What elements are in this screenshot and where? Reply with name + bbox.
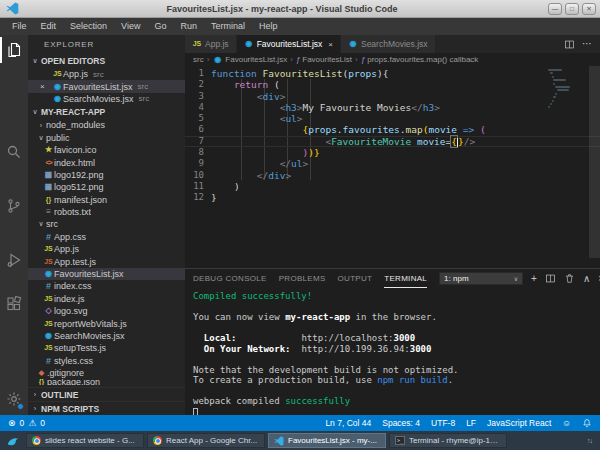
open-editor-item[interactable]: ×◉FavouritesList.jsxsrc — [28, 80, 185, 92]
tree-item[interactable]: <>index.html — [28, 156, 185, 168]
panel-tab-output[interactable]: OUTPUT — [338, 269, 373, 288]
menu-run[interactable]: Run — [173, 18, 204, 35]
minimap[interactable] — [548, 69, 588, 110]
code-line[interactable]: 2 return ( — [185, 79, 600, 90]
minimize-button[interactable]: — — [548, 3, 562, 15]
code-line[interactable]: 3 <div> — [185, 91, 600, 102]
tree-item[interactable]: JSsetupTests.js — [28, 342, 185, 354]
tree-item[interactable]: ◇logo.svg — [28, 305, 185, 317]
tree-item[interactable]: JSApp.test.js — [28, 255, 185, 267]
tree-item[interactable]: ◆.gitignore — [28, 367, 185, 379]
menu-selection[interactable]: Selection — [63, 18, 114, 35]
vscode-logo-icon — [6, 2, 19, 15]
open-editor-item[interactable]: JSApp.jssrc — [28, 68, 185, 80]
breadcrumb-item[interactable]: ƒprops.favourites.map() callback — [361, 55, 479, 64]
close-icon[interactable]: × — [328, 40, 333, 49]
code-line[interactable]: 4 <h3>My Favourite Movies</h3> — [185, 102, 600, 113]
tab-app.js[interactable]: JSApp.js — [185, 35, 237, 53]
split-editor-icon[interactable] — [564, 39, 575, 50]
status-item[interactable]: Spaces: 4 — [382, 418, 420, 428]
tree-item[interactable]: ≡robots.txt — [28, 206, 185, 218]
open-editor-item[interactable]: ◉SearchMovies.jsxsrc — [28, 93, 185, 105]
tree-item[interactable]: ▦logo192.png — [28, 169, 185, 181]
menu-edit[interactable]: Edit — [34, 18, 64, 35]
panel-tab-terminal[interactable]: TERMINAL — [384, 269, 427, 288]
tree-item[interactable]: JSindex.js — [28, 293, 185, 305]
code-line[interactable]: 11 ) — [185, 181, 600, 192]
code-line[interactable]: 12} — [185, 192, 600, 203]
explorer-icon[interactable] — [0, 37, 28, 63]
maximize-panel-icon[interactable]: ∧ — [583, 274, 590, 284]
editor-scrollbar[interactable] — [589, 66, 600, 258]
code-editor[interactable]: 1function FavouritesList(props){2 return… — [185, 66, 600, 268]
tree-item[interactable]: ▦logo512.png — [28, 181, 185, 193]
code-line[interactable]: 8 ))} — [185, 147, 600, 158]
keyboard-indicator-icon[interactable]: ↑↓ — [587, 437, 597, 444]
tree-item[interactable]: {}manifest.json — [28, 194, 185, 206]
tab-favouriteslist.jsx[interactable]: ◉FavouritesList.jsx× — [237, 35, 341, 53]
chevron-right-icon: › — [290, 55, 293, 64]
close-icon[interactable]: × — [40, 82, 52, 91]
new-terminal-icon[interactable]: + — [531, 274, 537, 284]
menu-file[interactable]: File — [5, 18, 34, 35]
breadcrumb-item[interactable]: ƒFavouritesList — [296, 55, 352, 64]
status-item[interactable]: Ln 7, Col 44 — [325, 418, 371, 428]
taskbar-window-button[interactable]: React App - Google Chr... — [147, 433, 265, 448]
notifications-bell-icon[interactable] — [582, 418, 592, 428]
section-npm-scripts[interactable]: ›NPM SCRIPTS — [28, 401, 185, 415]
terminal-output[interactable]: Compiled successfully!You can now view m… — [185, 288, 600, 415]
close-button[interactable]: ✕ — [582, 3, 596, 15]
tree-item[interactable]: #styles.css — [28, 355, 185, 367]
run-debug-icon[interactable] — [0, 247, 28, 273]
terminal-picker-dropdown[interactable]: 1: npm∨ — [439, 272, 523, 285]
status-item[interactable]: LF — [466, 418, 476, 428]
settings-gear-icon[interactable] — [0, 386, 28, 412]
code-line[interactable]: 1function FavouritesList(props){ — [185, 68, 600, 79]
code-line[interactable]: 5 <ul> — [185, 113, 600, 124]
panel-tab-debug-console[interactable]: DEBUG CONSOLE — [193, 269, 267, 288]
taskbar-window-button[interactable]: slides react website - G... — [26, 433, 144, 448]
status-item[interactable]: UTF-8 — [431, 418, 455, 428]
split-terminal-icon[interactable] — [545, 273, 556, 284]
section-outline[interactable]: ›OUTLINE — [28, 387, 185, 401]
folder-badge: src — [93, 70, 104, 79]
kill-terminal-icon[interactable] — [564, 273, 575, 284]
extensions-icon[interactable] — [0, 291, 28, 317]
code-line[interactable]: 7 <FavouriteMovie movie={}/> — [185, 136, 600, 147]
code-line[interactable]: 9 </ul> — [185, 158, 600, 169]
tree-item[interactable]: #App.css — [28, 231, 185, 243]
menu-go[interactable]: Go — [147, 18, 173, 35]
tab-searchmovies.jsx[interactable]: ◉SearchMovies.jsx — [341, 35, 436, 53]
code-line[interactable]: 6 {props.favourites.map(movie => ( — [185, 124, 600, 135]
menu-terminal[interactable]: Terminal — [204, 18, 252, 35]
taskbar-window-button[interactable]: >_Terminal - rhyme@ip-10... — [389, 433, 507, 448]
project-header[interactable]: ∨ MY-REACT-APP — [28, 105, 185, 119]
tree-item[interactable]: JSreportWebVitals.js — [28, 317, 185, 329]
tree-item[interactable]: ∨public — [28, 132, 185, 144]
menu-view[interactable]: View — [114, 18, 147, 35]
tree-item[interactable]: ★favicon.ico — [28, 144, 185, 156]
code-line[interactable]: 10 </div> — [185, 170, 600, 181]
tree-item[interactable]: #index.css — [28, 280, 185, 292]
tree-item[interactable]: ◉FavouritesList.jsx — [28, 268, 185, 280]
search-icon[interactable] — [0, 139, 28, 165]
menu-help[interactable]: Help — [252, 18, 285, 35]
status-item[interactable]: JavaScript React — [487, 418, 551, 428]
tree-item[interactable]: {}package.json — [28, 379, 185, 385]
feedback-smiley-icon[interactable]: ☺ — [562, 418, 571, 428]
tree-item[interactable]: JSApp.js — [28, 243, 185, 255]
tree-item[interactable]: ›node_modules — [28, 119, 185, 131]
breadcrumb-item[interactable]: ◉FavouritesList.jsx — [212, 55, 287, 65]
taskbar-window-button[interactable]: FavouritesList.jsx - my-... — [268, 433, 386, 448]
status-problems[interactable]: ⊗0⚠0 — [8, 418, 45, 428]
tree-item[interactable]: ◉SearchMovies.jsx — [28, 330, 185, 342]
chevron-right-icon: › — [30, 391, 40, 398]
more-actions-icon[interactable]: ⋯ — [582, 40, 593, 48]
panel-tab-problems[interactable]: PROBLEMS — [279, 269, 326, 288]
tree-item[interactable]: ∨src — [28, 218, 185, 230]
source-control-icon[interactable] — [0, 193, 28, 219]
breadcrumb-item[interactable]: src — [193, 55, 204, 64]
start-menu-icon[interactable] — [3, 432, 23, 449]
maximize-button[interactable]: □ — [565, 3, 579, 15]
open-editors-header[interactable]: ∨ OPEN EDITORS — [28, 54, 185, 68]
